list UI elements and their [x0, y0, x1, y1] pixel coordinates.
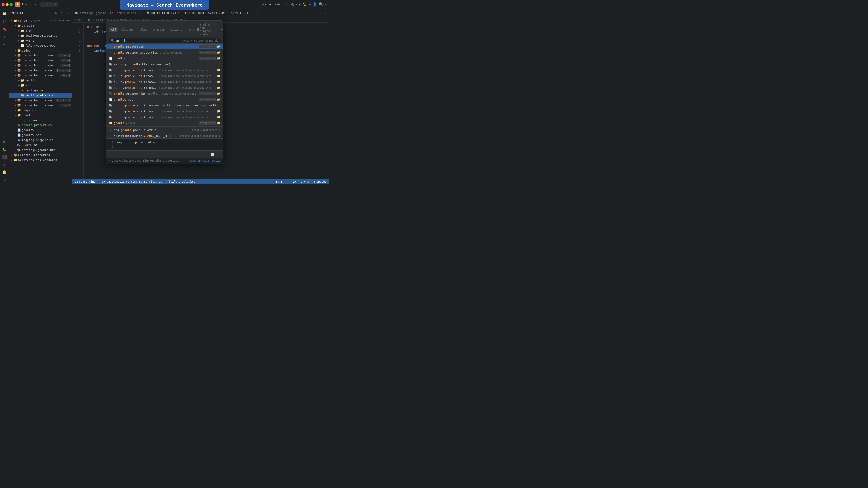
tab-settings-gradle[interactable]: 🐘 settings.gradle.kts (sense-nine) ✕ [72, 9, 144, 17]
activity-notifications[interactable]: 🔔 [1, 168, 8, 176]
tree-item-build[interactable]: ▶ 📁 build [9, 78, 72, 83]
activity-structure[interactable]: ⊞ [1, 33, 8, 40]
tree-root[interactable]: ▼ 📁 sense-nine ~/IdeaProjects/sense-nine [9, 18, 72, 23]
locate-file-button[interactable]: ◎ [53, 11, 58, 15]
tree-item-idea[interactable]: ▶ 📁 .idea [9, 48, 72, 53]
tree-item-8-9[interactable]: ▶ 📁 8.9 [9, 28, 72, 33]
tree-item-flow[interactable]: ▶ 📦 com.mechanitis.demo.sense.flow [flow… [9, 58, 72, 63]
include-non-project-checkbox[interactable] [197, 28, 199, 31]
search-tab-symbols[interactable]: Symbols [150, 27, 167, 32]
result-text-distbase[interactable]: ≡ distributionBase=GRADLE_USER_HOME grad… [106, 133, 223, 138]
tree-item-gitignore-inner[interactable]: ▶ 🔸 .gitignore [9, 88, 72, 93]
activity-more[interactable]: ⋯ [1, 41, 8, 48]
diagrams-icon: 📁 [17, 108, 21, 112]
debug-button[interactable]: 🐛 [303, 3, 307, 6]
tree-item-src[interactable]: ▶ 📁 src [9, 83, 72, 88]
preview-expand-btn[interactable]: ⬜ [210, 152, 215, 157]
tree-item-filesystem-probe[interactable]: ▶ 📄 file-system.probe [9, 43, 72, 48]
collapse-all-button[interactable]: ⊟ [47, 11, 52, 15]
tree-item-mood[interactable]: ▶ 📦 com.mechanitis.demo.sense.mood [mood… [9, 63, 72, 68]
result-build-gradle-svctest[interactable]: 🐘 build.gradle.kts (:com.mechanitis.demo… [106, 102, 223, 108]
run-config[interactable]: ▶ sense-nine [build] ▾ [263, 3, 297, 6]
preview-more-btn[interactable]: ✕ [216, 152, 221, 157]
result-text-parallel[interactable]: ≡ org.gradle.parallel=true gradle.proper… [106, 127, 223, 133]
result-build-gradle-user[interactable]: 🐘 build.gradle.kts (:com.mechanitis.demo… [106, 114, 223, 120]
status-cursor[interactable]: 14:1 [275, 179, 283, 184]
filter-icon1[interactable]: ⊞ [214, 27, 219, 32]
result-build-gradle-client[interactable]: 🐘 build.gradle.kts (:com.mechanitis.demo… [106, 79, 223, 85]
tree-item-user[interactable]: ▶ 📦 com.mechanitis.demo.sense.user [user… [9, 103, 72, 107]
tree-item-gradle-properties[interactable]: ▶ ⚙ gradle.properties [9, 123, 72, 127]
tree-item-logging[interactable]: ▶ ⚙ logging.properties [9, 137, 72, 142]
maximize-button[interactable] [10, 3, 13, 6]
close-button[interactable] [2, 3, 4, 6]
tree-item-service-test[interactable]: ▼ 📦 com.mechanitis.demo.sense.service.te… [9, 73, 72, 78]
filter-icon2[interactable]: ▽ [219, 27, 223, 32]
search-input[interactable] [116, 39, 182, 42]
search-tab-files[interactable]: Files [136, 27, 150, 32]
open-in-right-split-button[interactable]: Open In Right Split [189, 159, 220, 162]
search-dialog[interactable]: All Classes Files Symbols Actions Text I… [106, 20, 223, 164]
tree-item-twitter[interactable]: ▶ 📦 com.mechanitis.demo.sense.twitter [t… [9, 98, 72, 103]
tree-item-external-libs[interactable]: ▶ 📚 External Libraries [9, 152, 72, 157]
include-non-project-option[interactable]: Include non-project items [197, 23, 213, 36]
tab-build-gradle[interactable]: 🐘 build.gradle.kts (:com.mechanitis.demo… [144, 9, 262, 17]
close-sidebar-button[interactable]: ✕ [65, 11, 70, 15]
tree-item-vcs-1[interactable]: ▶ 📁 vcs-1 [9, 38, 72, 43]
search-tab-classes[interactable]: Classes [119, 27, 136, 32]
activity-terminal[interactable]: ⬛ [1, 153, 8, 160]
tree-item-gradlew[interactable]: ▶ 📄 gradlew [9, 127, 72, 132]
tree-item-diagrams[interactable]: ▶ 📁 diagrams [9, 107, 72, 112]
activity-problems[interactable]: ⚠ [1, 161, 8, 168]
activity-run[interactable]: ▶ [1, 138, 8, 145]
result-gradlew[interactable]: 📄 gradlew sense-nine 📁 [106, 55, 223, 61]
result-build-gradle-flow[interactable]: 🐘 build.gradle.kts (:com.mechanitis.demo… [106, 73, 223, 79]
account-icon[interactable]: 👤 [312, 2, 317, 6]
result-gradle-wrapper-props[interactable]: ⚙ gradle-wrapper.properties gradle/wrapp… [106, 50, 223, 55]
preview-close-btn[interactable]: ✕ [204, 152, 209, 157]
tree-item-readme[interactable]: ▶ M↓ README.md [9, 142, 72, 147]
search-tab-actions[interactable]: Actions [167, 27, 184, 32]
status-encoding[interactable]: UTF-8 [300, 179, 310, 184]
tree-item-build-gradle[interactable]: ▶ 🐘 build.gradle.kts [9, 93, 72, 98]
activity-vcs[interactable]: ⛓ [1, 18, 8, 25]
activity-git[interactable]: ⎇ [1, 176, 8, 184]
tree-item-gitignore-root[interactable]: ▶ 🔸 .gitignore [9, 118, 72, 123]
tree-item-buildoutputcleanup[interactable]: ▶ 📁 buildOutputCleanup [9, 33, 72, 38]
tree-item-scratches[interactable]: ▶ 📁 Scratches and Consoles [9, 157, 72, 162]
status-linesep[interactable]: LF [292, 179, 297, 184]
tab-build-gradle-close[interactable]: ✕ [255, 11, 259, 15]
tree-item-service[interactable]: ▶ 📦 com.mechanitis.demo.sense.service [s… [9, 68, 72, 73]
settings-icon[interactable]: ⚙ [325, 2, 327, 6]
tree-item-gradlew-bat[interactable]: ▶ 📄 gradlew.bat [9, 132, 72, 137]
status-branch[interactable]: ⎇ sense-nine [74, 179, 96, 184]
minimize-button[interactable] [6, 3, 8, 6]
search-tab-text[interactable]: Text [185, 27, 196, 32]
result-gradle-wrapper-jar[interactable]: ⬛ gradle-wrapper.jar gradle/wrapper/grad… [106, 91, 223, 96]
breadcrumb-root[interactable]: sense-nine [75, 18, 91, 22]
tree-item-gradle-folder[interactable]: ▼ 📁 .gradle [9, 23, 72, 28]
tree-item-client[interactable]: ▶ 📦 com.mechanitis.demo.sense.client [cl… [9, 53, 72, 58]
tab-settings-gradle-close[interactable]: ✕ [137, 11, 141, 15]
result-build-gradle-mood[interactable]: 🐘 build.gradle.kts (:com.mechanitis.demo… [106, 67, 223, 73]
tree-item-settings-gradle[interactable]: ▶ 🐘 settings.gradle.kts [9, 147, 72, 152]
more-button[interactable]: ⋯ [309, 2, 311, 6]
run-button[interactable]: ▶ [299, 2, 301, 6]
result-build-gradle-twitter[interactable]: 🐘 build.gradle.kts (:com.mechanitis.demo… [106, 108, 223, 114]
result-gradlew-bat[interactable]: 📄 gradlew.bat sense-nine 📁 [106, 96, 223, 102]
result-build-gradle-service[interactable]: 🐘 build.gradle.kts (:com.mechanitis.demo… [106, 85, 223, 91]
status-indent[interactable]: 4 spaces [312, 179, 327, 184]
search-icon[interactable]: 🔍 [319, 2, 323, 6]
branch-selector[interactable]: ⎇ main ▾ [40, 2, 58, 6]
settings-button[interactable]: ⚙ [59, 11, 64, 15]
result-gradle-properties[interactable]: ⚙ gradle.properties sense-nine 📁 [106, 43, 223, 50]
activity-debug[interactable]: 🐛 [1, 145, 8, 153]
tab-action-more[interactable]: ⋯ [322, 11, 327, 15]
activity-project[interactable]: 📁 [1, 10, 8, 17]
tree-item-gradle-root[interactable]: ▶ 📁 gradle [9, 112, 72, 118]
window-controls[interactable] [2, 3, 13, 6]
search-tab-all[interactable]: All [109, 27, 119, 32]
result-settings-gradle[interactable]: 🐘 settings.gradle.kts (sense-nine) [106, 61, 223, 67]
result-gradle-dir[interactable]: 📁 gradle gradle sense-nine 📁 [106, 120, 223, 126]
activity-bookmarks[interactable]: 🔖 [1, 25, 8, 33]
